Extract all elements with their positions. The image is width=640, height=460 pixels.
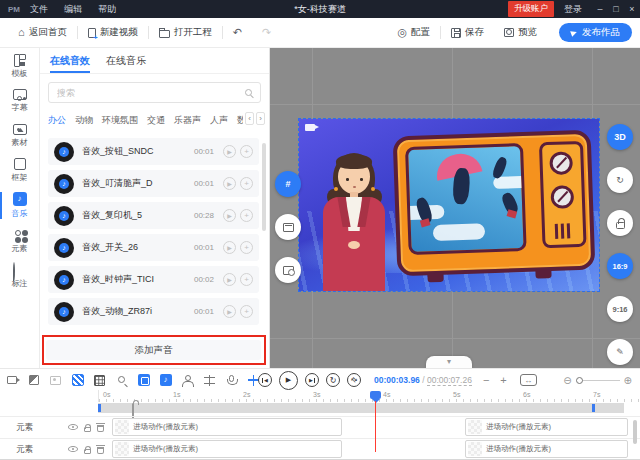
category-prev-button[interactable]: ‹ xyxy=(245,112,254,125)
edit-button[interactable]: ✎ xyxy=(607,339,633,365)
presenter-character[interactable] xyxy=(317,153,397,292)
stage-canvas[interactable]: # 3D ↻ 16:9 9:16 ✎ ▾ xyxy=(270,48,640,368)
category-voice[interactable]: 人声 xyxy=(210,114,228,129)
menu-help[interactable]: 帮助 xyxy=(98,3,116,16)
layout-settings-button[interactable] xyxy=(275,257,301,283)
music-tool-button[interactable]: ♪ xyxy=(159,374,172,387)
zoom-in-icon[interactable]: ⊕ xyxy=(624,375,632,386)
home-button[interactable]: ⌂ 返回首页 xyxy=(18,26,67,39)
undo-button[interactable]: ↶ xyxy=(233,27,242,38)
timeline-clip[interactable]: 进场动作(播放元素) xyxy=(465,440,628,458)
sound-item[interactable]: ♪ 音效_按钮_SNDC 00:01 ▶ + xyxy=(48,138,259,165)
add-button[interactable]: + xyxy=(240,209,253,222)
duration-plus-button[interactable]: + xyxy=(500,374,506,386)
lock-icon[interactable] xyxy=(84,449,91,454)
scene-start-marker[interactable] xyxy=(98,404,101,412)
timeline-clip[interactable]: 进场动作(播放元素) xyxy=(112,440,342,458)
image-tool-button[interactable] xyxy=(49,374,62,387)
category-ambience[interactable]: 环境氛围 xyxy=(102,114,138,129)
video-preview-frame[interactable] xyxy=(298,118,600,292)
timeline-ruler[interactable]: 0s 1s 2s 3s 4s 5s 6s 7s xyxy=(98,390,640,402)
login-button[interactable]: 登录 xyxy=(564,3,582,16)
playhead[interactable] xyxy=(370,390,382,454)
add-button[interactable]: + xyxy=(240,273,253,286)
new-video-button[interactable]: 新建视频 xyxy=(88,26,138,39)
add-button[interactable]: + xyxy=(240,145,253,158)
scene-end-marker[interactable] xyxy=(592,404,595,412)
timeline-scrollbar[interactable] xyxy=(633,420,637,444)
play-button[interactable]: ▶ xyxy=(223,177,236,190)
search-box[interactable] xyxy=(48,82,261,103)
ratio-9-16-button[interactable]: 9:16 xyxy=(607,296,633,322)
tab-online-sfx[interactable]: 在线音效 xyxy=(50,48,90,73)
sidebar-item-element[interactable]: 元素 xyxy=(0,223,39,258)
sidebar-item-template[interactable]: 模板 xyxy=(0,48,39,83)
ratio-16-9-button[interactable]: 16:9 xyxy=(607,253,633,279)
visibility-icon[interactable] xyxy=(68,424,78,430)
loop-button[interactable]: ↻ xyxy=(326,373,340,387)
redo-button[interactable]: ↷ xyxy=(262,27,271,38)
category-next-button[interactable]: › xyxy=(256,112,265,125)
upgrade-account-button[interactable]: 升级账户 xyxy=(508,1,554,17)
sidebar-item-subtitle[interactable]: 字幕 xyxy=(0,83,39,118)
zoom-slider-handle[interactable] xyxy=(576,377,583,384)
play-button[interactable]: ▶ xyxy=(223,273,236,286)
category-animal[interactable]: 动物 xyxy=(75,114,93,129)
maximize-button[interactable]: □ xyxy=(608,4,624,14)
trash-icon[interactable] xyxy=(97,447,104,454)
play-button[interactable]: ▶ xyxy=(279,371,298,390)
tab-online-music[interactable]: 在线音乐 xyxy=(106,48,146,73)
category-digital[interactable]: 数字 xyxy=(237,114,243,129)
menu-edit[interactable]: 编辑 xyxy=(64,3,82,16)
category-office[interactable]: 办公 xyxy=(48,114,66,129)
skip-end-button[interactable]: ▶ xyxy=(305,373,319,387)
category-traffic[interactable]: 交通 xyxy=(147,114,165,129)
add-sound-button[interactable]: 添加声音 xyxy=(46,340,261,360)
play-button[interactable]: ▶ xyxy=(223,145,236,158)
sidebar-item-annotation[interactable]: 标注 xyxy=(0,258,39,293)
zoom-slider[interactable] xyxy=(576,380,620,381)
rig-tool-button[interactable] xyxy=(203,374,216,387)
skip-start-button[interactable]: ◀ xyxy=(258,373,272,387)
sound-item[interactable]: ♪ 音效_开关_26 00:01 ▶ + xyxy=(48,234,259,261)
effect-tool-button[interactable] xyxy=(71,374,84,387)
retro-tv-graphic[interactable] xyxy=(393,130,596,277)
magic-search-button[interactable] xyxy=(115,374,128,387)
category-instrument[interactable]: 乐器声 xyxy=(174,114,201,129)
pattern-tool-button[interactable] xyxy=(93,374,106,387)
layout-button[interactable] xyxy=(275,214,301,240)
zoom-out-icon[interactable]: ⊖ xyxy=(563,375,571,386)
character-tool-button[interactable] xyxy=(181,374,194,387)
collapse-handle[interactable]: ▾ xyxy=(426,356,472,368)
publish-button[interactable]: 发布作品 xyxy=(559,23,632,42)
add-button[interactable]: + xyxy=(240,177,253,190)
open-project-button[interactable]: 打开工程 xyxy=(159,26,212,39)
timeline-clip[interactable]: 进场动作(播放元素) xyxy=(465,418,628,436)
caption-tool-button[interactable] xyxy=(137,374,150,387)
fullscreen-button[interactable]: ⇄ xyxy=(347,373,361,387)
config-button[interactable]: ◎ 配置 xyxy=(397,26,430,39)
sidebar-item-frame[interactable]: 框架 xyxy=(0,153,39,188)
add-button[interactable]: + xyxy=(240,305,253,318)
scene-tool-button[interactable] xyxy=(27,374,40,387)
sound-item[interactable]: ♪ 音效_时钟声_TICI 00:02 ▶ + xyxy=(48,266,259,293)
record-voice-button[interactable] xyxy=(225,374,238,387)
close-button[interactable]: × xyxy=(624,4,640,14)
timeline-clip[interactable]: 进场动作(播放元素) xyxy=(112,418,342,436)
minimize-button[interactable]: – xyxy=(592,4,608,14)
fit-timeline-button[interactable]: ↔ xyxy=(520,374,537,386)
mode-3d-button[interactable]: 3D xyxy=(607,124,633,150)
play-button[interactable]: ▶ xyxy=(223,209,236,222)
rotate-button[interactable]: ↻ xyxy=(607,167,633,193)
sound-item[interactable]: ♪ 音效_动物_ZR87i 00:01 ▶ + xyxy=(48,298,259,325)
sidebar-item-material[interactable]: 素材 xyxy=(0,118,39,153)
grid-toggle-button[interactable]: # xyxy=(275,171,301,197)
sound-item[interactable]: ♪ 音效_复印机_5 00:28 ▶ + xyxy=(48,202,259,229)
video-tool-button[interactable] xyxy=(5,374,18,387)
search-input[interactable] xyxy=(49,88,245,98)
playhead-handle[interactable] xyxy=(370,391,381,399)
duration-minus-button[interactable]: − xyxy=(483,374,489,386)
save-button[interactable]: 保存 xyxy=(451,26,484,39)
lock-button[interactable] xyxy=(607,210,633,236)
panel-scrollbar[interactable] xyxy=(262,143,266,231)
